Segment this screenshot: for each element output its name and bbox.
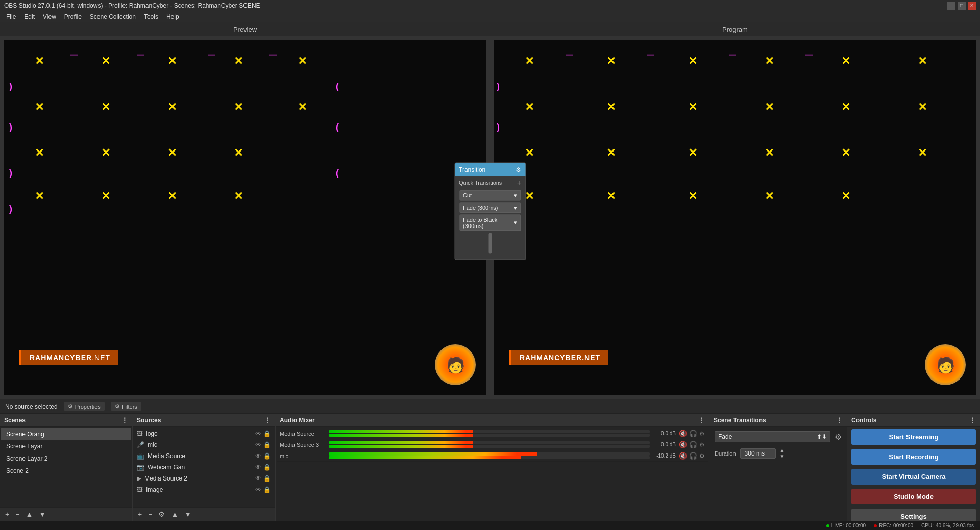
duration-value[interactable]: 300 ms: [740, 448, 776, 459]
remove-scene-button[interactable]: −: [13, 509, 21, 519]
transition-gear-icon[interactable]: [516, 166, 521, 173]
audio-db-2: -10.2 dB: [653, 453, 676, 459]
fade-black-dropdown[interactable]: Fade to Black (300ms): [459, 214, 521, 231]
controls-panel-icon[interactable]: ⋮: [969, 416, 976, 424]
source-lock-icon-3[interactable]: 🔒: [263, 464, 271, 471]
cut-dropdown[interactable]: Cut: [459, 190, 521, 200]
live-label: LIVE:: [831, 523, 844, 528]
add-quick-transition-icon[interactable]: [517, 178, 521, 186]
program-canvas: ✕ ✕ ✕ ✕ ✕ ✕ ✕ ✕ ✕ ✕ ✕ ✕ ✕ ✕ ✕ ✕ ✕: [494, 40, 976, 395]
sources-toolbar: + − ⚙ ▲ ▼: [133, 507, 275, 521]
source-item-1[interactable]: 🎤 mic 👁 🔒: [134, 439, 274, 450]
start-streaming-button[interactable]: Start Streaming: [851, 429, 976, 445]
scene-transitions-gear-icon[interactable]: ⚙: [835, 432, 842, 442]
close-button[interactable]: ✕: [968, 2, 976, 10]
audio-gear-icon-1[interactable]: ⚙: [699, 441, 705, 448]
start-virtual-camera-button[interactable]: Start Virtual Camera: [851, 469, 976, 485]
menu-view[interactable]: View: [39, 12, 60, 21]
dash-mark: ): [9, 122, 12, 133]
move-scene-down-button[interactable]: ▼: [37, 509, 48, 519]
source-eye-icon-0[interactable]: 👁: [255, 430, 261, 437]
properties-button[interactable]: ⚙ Properties: [64, 402, 105, 411]
source-eye-icon-3[interactable]: 👁: [255, 464, 261, 471]
dash-mark: —: [647, 51, 654, 59]
source-lock-icon-1[interactable]: 🔒: [263, 441, 271, 448]
program-scene-bg: ✕ ✕ ✕ ✕ ✕ ✕ ✕ ✕ ✕ ✕ ✕ ✕ ✕ ✕ ✕ ✕ ✕: [494, 40, 976, 395]
duration-up-icon[interactable]: ▲: [780, 447, 785, 453]
source-media-icon: 📺: [137, 452, 144, 460]
audio-mute-icon-0[interactable]: 🔇: [679, 430, 687, 437]
menu-edit[interactable]: Edit: [20, 12, 39, 21]
titlebar-controls: — □ ✕: [947, 2, 976, 10]
dash-mark: —: [70, 51, 78, 59]
audio-headphones-icon-0[interactable]: 🎧: [689, 430, 697, 437]
menu-profile[interactable]: Profile: [60, 12, 86, 21]
source-lock-icon-0[interactable]: 🔒: [263, 430, 271, 437]
rec-time: 00:00:00: [893, 523, 913, 528]
audio-gear-icon-2[interactable]: ⚙: [699, 452, 705, 460]
move-source-down-button[interactable]: ▼: [182, 509, 193, 519]
dash-mark: ): [9, 168, 12, 179]
minimize-button[interactable]: —: [947, 2, 955, 10]
menu-help[interactable]: Help: [162, 12, 183, 21]
audio-headphones-icon-1[interactable]: 🎧: [689, 441, 697, 448]
scene-item-0[interactable]: Screne Orang: [1, 428, 131, 440]
program-animated-char: 🧑: [925, 344, 966, 385]
scene-item-2[interactable]: Screne Layar 2: [1, 452, 131, 465]
scene-transitions-icon[interactable]: ⋮: [836, 416, 843, 424]
duration-down-icon[interactable]: ▼: [780, 453, 785, 459]
source-item-2[interactable]: 📺 Media Source 👁 🔒: [134, 450, 274, 462]
start-recording-button[interactable]: Start Recording: [851, 449, 976, 465]
quick-transitions-scrollbar[interactable]: [488, 233, 492, 253]
source-eye-icon-5[interactable]: 👁: [255, 486, 261, 493]
program-logo-bar: RAHMANCYBER.NET: [509, 350, 608, 365]
dash-mark: ): [9, 204, 12, 214]
move-source-up-button[interactable]: ▲: [169, 509, 180, 519]
add-scene-button[interactable]: +: [3, 509, 11, 519]
audio-gear-icon-0[interactable]: ⚙: [699, 430, 705, 437]
controls-label: Controls: [851, 417, 876, 424]
no-source-bar: No source selected ⚙ Properties ⚙ Filter…: [0, 399, 980, 414]
audio-mixer-icon[interactable]: ⋮: [698, 416, 705, 424]
sources-panel-icon[interactable]: ⋮: [264, 416, 271, 424]
audio-mixer-label: Audio Mixer: [280, 417, 315, 424]
source-eye-icon-4[interactable]: 👁: [255, 475, 261, 482]
menu-file[interactable]: File: [2, 12, 20, 21]
source-item-0[interactable]: 🖼 logo 👁 🔒: [134, 428, 274, 439]
studio-mode-button[interactable]: Studio Mode: [851, 489, 976, 504]
sources-list: 🖼 logo 👁 🔒 🎤 mic 👁 🔒 📺: [133, 427, 275, 507]
scene-item-3[interactable]: Scene 2: [1, 465, 131, 477]
fade-dropdown[interactable]: Fade (300ms): [459, 202, 521, 213]
source-eye-icon-2[interactable]: 👁: [255, 452, 261, 460]
move-scene-up-button[interactable]: ▲: [23, 509, 35, 519]
x-mark: ✕: [35, 102, 44, 113]
source-lock-icon-4[interactable]: 🔒: [263, 475, 271, 482]
menu-scene-collection[interactable]: Scene Collection: [86, 12, 140, 21]
audio-mute-icon-1[interactable]: 🔇: [679, 441, 687, 448]
menu-tools[interactable]: Tools: [140, 12, 162, 21]
source-settings-button[interactable]: ⚙: [156, 509, 167, 519]
audio-headphones-icon-2[interactable]: 🎧: [689, 452, 697, 460]
cpu-label: CPU:: [921, 523, 934, 528]
source-item-5[interactable]: 🖼 Image 👁 🔒: [134, 484, 274, 495]
transition-overlay: Transition Quick Transitions Cut Fade (3…: [454, 162, 526, 260]
cut-dropdown-arrow: [514, 192, 517, 198]
source-lock-icon-5[interactable]: 🔒: [263, 486, 271, 493]
maximize-button[interactable]: □: [958, 2, 966, 10]
source-lock-icon-2[interactable]: 🔒: [263, 452, 271, 460]
x-mark: ✕: [101, 56, 110, 67]
scenes-panel-icon[interactable]: ⋮: [121, 416, 128, 424]
source-eye-icon-1[interactable]: 👁: [255, 441, 261, 448]
source-item-3[interactable]: 📷 Webcam Gan 👁 🔒: [134, 462, 274, 473]
preview-canvas[interactable]: ✕ ✕ ✕ ✕ ✕ ✕ ✕ ✕ ✕ ✕ ✕ ✕ ✕ ✕ ✕ ✕ ✕: [4, 40, 486, 395]
scene-item-1[interactable]: Screne Layar: [1, 440, 131, 452]
cpu-status: CPU: 40.6%, 29.03 fps: [921, 523, 974, 528]
source-item-4[interactable]: ▶ Media Source 2 👁 🔒: [134, 473, 274, 484]
audio-track-2: mic -10.2 dB 🔇 🎧 ⚙: [277, 450, 708, 462]
scene-transitions-select[interactable]: Fade ⬆⬇: [715, 431, 830, 442]
audio-mute-icon-2[interactable]: 🔇: [679, 452, 687, 460]
add-source-button[interactable]: +: [136, 509, 144, 519]
x-mark: ✕: [918, 147, 927, 159]
filters-button[interactable]: ⚙ Filters: [111, 402, 141, 411]
remove-source-button[interactable]: −: [146, 509, 154, 519]
